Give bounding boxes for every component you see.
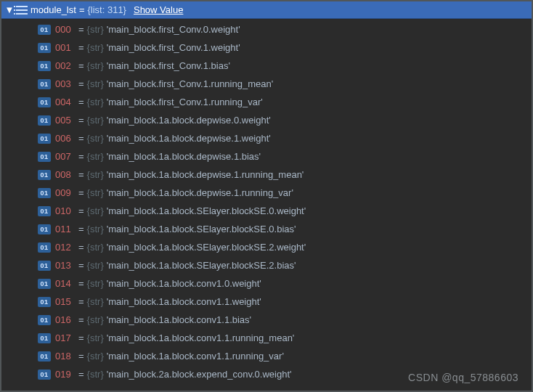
variable-type: {list: 311} bbox=[87, 4, 126, 15]
item-index: 013 bbox=[55, 260, 76, 271]
equals-sign: = bbox=[78, 351, 84, 362]
equals-sign: = bbox=[78, 296, 84, 307]
equals-sign: = bbox=[78, 151, 84, 162]
item-index: 011 bbox=[55, 224, 76, 234]
items-container: 01000={str}'main_block.first_Conv.0.weig… bbox=[1, 19, 532, 383]
equals-sign: = bbox=[78, 224, 84, 234]
item-value: 'main_block.1a.block.SElayer.blockSE.2.w… bbox=[107, 242, 306, 253]
item-value: 'main_block.1a.block.SElayer.blockSE.0.w… bbox=[107, 205, 306, 216]
item-type: {str} bbox=[87, 369, 104, 380]
list-item[interactable]: 01005={str}'main_block.1a.block.depwise.… bbox=[1, 111, 532, 129]
list-item[interactable]: 01007={str}'main_block.1a.block.depwise.… bbox=[1, 147, 532, 166]
list-item[interactable]: 01008={str}'main_block.1a.block.depwise.… bbox=[1, 166, 532, 184]
string-type-icon: 01 bbox=[38, 188, 51, 198]
string-type-icon: 01 bbox=[38, 261, 51, 271]
item-value: 'main_block.1a.block.conv1.1.running_var… bbox=[107, 351, 284, 362]
item-type: {str} bbox=[87, 332, 104, 343]
item-value: 'main_block.1a.block.depwise.1.running_m… bbox=[107, 169, 304, 180]
item-index: 007 bbox=[55, 151, 76, 162]
item-index: 000 bbox=[55, 24, 76, 35]
string-type-icon: 01 bbox=[38, 170, 51, 180]
item-type: {str} bbox=[87, 296, 104, 307]
equals-sign: = bbox=[79, 4, 85, 15]
list-item[interactable]: 01001={str}'main_block.first_Conv.1.weig… bbox=[1, 38, 532, 57]
item-value: 'main_block.1a.block.conv1.1.weight' bbox=[107, 296, 261, 307]
list-type-icon bbox=[16, 5, 28, 15]
list-item[interactable]: 01004={str}'main_block.first_Conv.1.runn… bbox=[1, 93, 532, 111]
list-item[interactable]: 01016={str}'main_block.1a.block.conv1.1.… bbox=[1, 311, 532, 329]
list-item[interactable]: 01015={str}'main_block.1a.block.conv1.1.… bbox=[1, 293, 532, 311]
equals-sign: = bbox=[78, 115, 84, 126]
list-item[interactable]: 01011={str}'main_block.1a.block.SElayer.… bbox=[1, 220, 532, 238]
item-type: {str} bbox=[87, 97, 104, 107]
item-index: 018 bbox=[55, 351, 76, 362]
item-type: {str} bbox=[87, 133, 104, 144]
list-item[interactable]: 01009={str}'main_block.1a.block.depwise.… bbox=[1, 184, 532, 202]
item-value: 'main_block.first_Conv.1.bias' bbox=[107, 60, 230, 71]
equals-sign: = bbox=[78, 60, 84, 71]
item-value: 'main_block.1a.block.depwise.1.weight' bbox=[107, 133, 271, 144]
show-value-link[interactable]: Show Value bbox=[134, 4, 183, 15]
item-type: {str} bbox=[87, 24, 104, 35]
item-type: {str} bbox=[87, 42, 104, 53]
list-item[interactable]: 01000={str}'main_block.first_Conv.0.weig… bbox=[1, 20, 532, 38]
list-item[interactable]: 01002={str}'main_block.first_Conv.1.bias… bbox=[1, 57, 532, 75]
item-type: {str} bbox=[87, 205, 104, 216]
item-value: 'main_block.1a.block.depwise.1.bias' bbox=[107, 151, 261, 162]
equals-sign: = bbox=[78, 78, 84, 89]
item-value: 'main_block.1a.block.SElayer.blockSE.0.b… bbox=[107, 224, 296, 234]
item-index: 002 bbox=[55, 60, 76, 71]
string-type-icon: 01 bbox=[38, 152, 51, 162]
item-value: 'main_block.first_Conv.1.weight' bbox=[107, 42, 240, 53]
equals-sign: = bbox=[78, 133, 84, 144]
equals-sign: = bbox=[78, 42, 84, 53]
item-value: 'main_block.first_Conv.0.weight' bbox=[107, 24, 240, 35]
item-type: {str} bbox=[87, 242, 104, 253]
item-value: 'main_block.1a.block.conv1.0.weight' bbox=[107, 278, 261, 289]
variable-name: module_lst bbox=[30, 4, 76, 15]
item-index: 005 bbox=[55, 115, 76, 126]
equals-sign: = bbox=[78, 187, 84, 198]
item-index: 012 bbox=[55, 242, 76, 253]
equals-sign: = bbox=[78, 242, 84, 253]
item-value: 'main_block.first_Conv.1.running_mean' bbox=[107, 78, 273, 89]
list-item[interactable]: 01013={str}'main_block.1a.block.SElayer.… bbox=[1, 256, 532, 274]
equals-sign: = bbox=[78, 260, 84, 271]
item-type: {str} bbox=[87, 260, 104, 271]
collapse-arrow-icon[interactable]: ▼ bbox=[4, 4, 15, 15]
item-index: 006 bbox=[55, 133, 76, 144]
string-type-icon: 01 bbox=[38, 224, 51, 234]
watermark-text: CSDN @qq_57886603 bbox=[408, 372, 518, 383]
equals-sign: = bbox=[78, 97, 84, 107]
string-type-icon: 01 bbox=[38, 79, 51, 89]
string-type-icon: 01 bbox=[38, 333, 51, 343]
item-index: 015 bbox=[55, 296, 76, 307]
string-type-icon: 01 bbox=[38, 369, 51, 380]
item-index: 016 bbox=[55, 314, 76, 325]
list-item[interactable]: 01010={str}'main_block.1a.block.SElayer.… bbox=[1, 202, 532, 220]
string-type-icon: 01 bbox=[38, 25, 51, 35]
string-type-icon: 01 bbox=[38, 206, 51, 216]
equals-sign: = bbox=[78, 169, 84, 180]
list-item[interactable]: 01006={str}'main_block.1a.block.depwise.… bbox=[1, 129, 532, 147]
string-type-icon: 01 bbox=[38, 115, 51, 126]
string-type-icon: 01 bbox=[38, 242, 51, 253]
equals-sign: = bbox=[78, 24, 84, 35]
string-type-icon: 01 bbox=[38, 43, 51, 53]
item-value: 'main_block.2a.block.expend_conv.0.weigh… bbox=[107, 369, 292, 380]
item-type: {str} bbox=[87, 151, 104, 162]
item-index: 017 bbox=[55, 332, 76, 343]
list-item[interactable]: 01003={str}'main_block.first_Conv.1.runn… bbox=[1, 75, 532, 93]
list-item[interactable]: 01017={str}'main_block.1a.block.conv1.1.… bbox=[1, 329, 532, 347]
string-type-icon: 01 bbox=[38, 315, 51, 325]
item-type: {str} bbox=[87, 314, 104, 325]
list-item[interactable]: 01014={str}'main_block.1a.block.conv1.0.… bbox=[1, 274, 532, 293]
list-item[interactable]: 01012={str}'main_block.1a.block.SElayer.… bbox=[1, 238, 532, 256]
item-index: 009 bbox=[55, 187, 76, 198]
item-index: 008 bbox=[55, 169, 76, 180]
item-index: 001 bbox=[55, 42, 76, 53]
item-type: {str} bbox=[87, 60, 104, 71]
item-value: 'main_block.1a.block.depwise.0.weight' bbox=[107, 115, 271, 126]
list-item[interactable]: 01018={str}'main_block.1a.block.conv1.1.… bbox=[1, 347, 532, 365]
item-index: 010 bbox=[55, 205, 76, 216]
